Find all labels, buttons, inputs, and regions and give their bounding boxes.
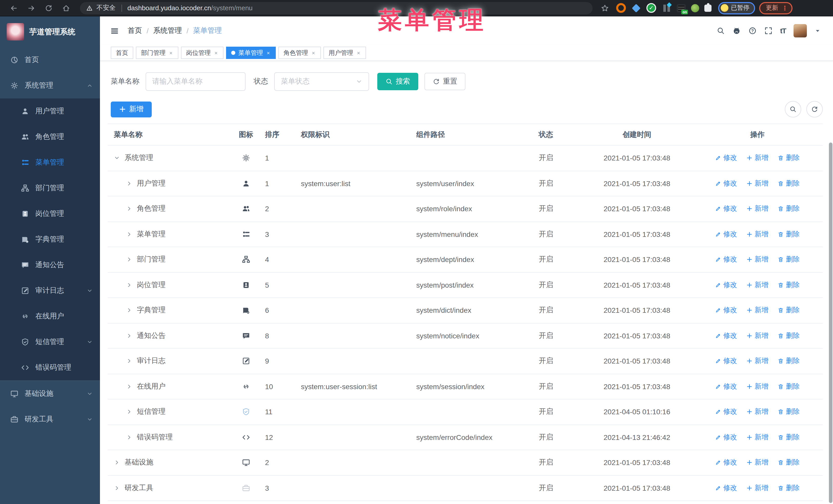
edit-action[interactable]: 修改 (715, 230, 737, 239)
browser-forward-icon[interactable] (27, 4, 35, 12)
add-action[interactable]: 新增 (746, 433, 768, 442)
tab-菜单管理[interactable]: 菜单管理 (226, 47, 276, 59)
search-icon[interactable] (717, 27, 725, 35)
sidebar-item-基础设施[interactable]: 基础设施 (0, 380, 100, 407)
expand--icon[interactable] (114, 485, 120, 491)
extension-check-icon[interactable]: ✓ (646, 3, 656, 13)
delete-action[interactable]: 删除 (778, 458, 800, 467)
edit-action[interactable]: 修改 (715, 433, 737, 442)
add-action[interactable]: 新增 (746, 483, 768, 493)
add-action[interactable]: 新增 (746, 382, 768, 391)
reset-button[interactable]: 重置 (425, 73, 466, 90)
edit-action[interactable]: 修改 (715, 331, 737, 340)
delete-action[interactable]: 删除 (778, 331, 800, 340)
tab-角色管理[interactable]: 角色管理 (278, 47, 321, 59)
add-action[interactable]: 新增 (746, 204, 768, 214)
search-button[interactable]: 搜索 (377, 73, 418, 90)
avatar-caret-icon[interactable] (814, 27, 821, 35)
extension-orange-icon[interactable] (616, 3, 626, 13)
delete-action[interactable]: 删除 (778, 433, 800, 442)
add-action[interactable]: 新增 (746, 153, 768, 163)
expand-collapse-icon[interactable] (114, 155, 120, 161)
edit-action[interactable]: 修改 (715, 382, 737, 391)
breadcrumb-item[interactable]: 首页 (128, 26, 142, 35)
tab-岗位管理[interactable]: 岗位管理 (181, 47, 223, 59)
sidebar-item-在线用户[interactable]: 在线用户 (0, 304, 100, 329)
close-icon[interactable] (169, 50, 173, 55)
edit-action[interactable]: 修改 (715, 255, 737, 264)
add-action[interactable]: 新增 (746, 458, 768, 467)
sidebar-item-用户管理[interactable]: 用户管理 (0, 98, 100, 124)
scrollbar-thumb[interactable] (829, 143, 832, 503)
toggle-search-button[interactable] (785, 101, 801, 117)
sidebar-item-系统管理[interactable]: 系统管理 (0, 73, 100, 98)
delete-action[interactable]: 删除 (778, 407, 800, 416)
extension-switch-icon[interactable]: on (677, 4, 686, 12)
sidebar-item-部门管理[interactable]: 部门管理 (0, 175, 100, 201)
sidebar-item-字典管理[interactable]: 字典管理 (0, 226, 100, 252)
add-button[interactable]: 新增 (111, 101, 152, 117)
sidebar-item-短信管理[interactable]: 短信管理 (0, 329, 100, 355)
browser-reload-icon[interactable] (45, 4, 53, 12)
expand--icon[interactable] (126, 434, 132, 440)
edit-action[interactable]: 修改 (715, 458, 737, 467)
edit-action[interactable]: 修改 (715, 357, 737, 366)
edit-action[interactable]: 修改 (715, 179, 737, 188)
avatar[interactable] (793, 24, 807, 38)
extension-gem-icon[interactable] (631, 3, 641, 13)
app-logo[interactable]: 芋道管理系统 (0, 17, 100, 47)
add-action[interactable]: 新增 (746, 306, 768, 315)
sidebar-item-错误码管理[interactable]: 错误码管理 (0, 355, 100, 380)
tab-首页[interactable]: 首页 (111, 47, 133, 59)
add-action[interactable]: 新增 (746, 255, 768, 264)
extension-monkey-icon[interactable] (691, 4, 699, 12)
edit-action[interactable]: 修改 (715, 483, 737, 493)
sidebar-item-审计日志[interactable]: 审计日志 (0, 278, 100, 304)
close-icon[interactable] (214, 50, 218, 55)
delete-action[interactable]: 删除 (778, 204, 800, 214)
edit-action[interactable]: 修改 (715, 407, 737, 416)
tab-部门管理[interactable]: 部门管理 (136, 47, 178, 59)
add-action[interactable]: 新增 (746, 179, 768, 188)
status-select[interactable]: 菜单状态 (274, 72, 369, 91)
delete-action[interactable]: 删除 (778, 255, 800, 264)
add-action[interactable]: 新增 (746, 230, 768, 239)
menu-name-input[interactable]: 请输入菜单名称 (146, 72, 245, 91)
font-size-icon[interactable]: tT (780, 27, 786, 35)
sidebar-item-通知公告[interactable]: 通知公告 (0, 252, 100, 278)
close-icon[interactable] (266, 50, 271, 55)
add-action[interactable]: 新增 (746, 281, 768, 290)
sidebar-item-菜单管理[interactable]: 菜单管理 (0, 150, 100, 175)
add-action[interactable]: 新增 (746, 407, 768, 416)
delete-action[interactable]: 删除 (778, 483, 800, 493)
expand--icon[interactable] (126, 333, 132, 339)
browser-url-bar[interactable]: 不安全 dashboard.yudao.iocoder.cn/system/me… (80, 2, 593, 14)
expand--icon[interactable] (126, 307, 132, 314)
close-icon[interactable] (311, 50, 316, 55)
profile-paused-badge[interactable]: 已暂停 (718, 2, 755, 14)
tab-用户管理[interactable]: 用户管理 (324, 47, 366, 59)
sidebar-item-岗位管理[interactable]: 岗位管理 (0, 201, 100, 226)
expand--icon[interactable] (126, 409, 132, 415)
expand--icon[interactable] (126, 206, 132, 212)
delete-action[interactable]: 删除 (778, 357, 800, 366)
expand--icon[interactable] (114, 460, 120, 466)
collapse-sidebar-icon[interactable] (110, 26, 119, 35)
close-icon[interactable] (356, 50, 361, 55)
browser-update-button[interactable]: 更新⋮ (759, 2, 792, 14)
add-action[interactable]: 新增 (746, 331, 768, 340)
extension-columns-icon[interactable] (661, 3, 671, 13)
breadcrumb-item[interactable]: 系统管理 (153, 26, 182, 35)
delete-action[interactable]: 删除 (778, 230, 800, 239)
expand--icon[interactable] (126, 282, 132, 288)
expand--icon[interactable] (126, 384, 132, 390)
edit-action[interactable]: 修改 (715, 153, 737, 163)
expand--icon[interactable] (126, 231, 132, 237)
browser-back-icon[interactable] (10, 4, 18, 12)
delete-action[interactable]: 删除 (778, 382, 800, 391)
delete-action[interactable]: 删除 (778, 153, 800, 163)
help-icon[interactable]: ? (748, 27, 757, 35)
add-action[interactable]: 新增 (746, 357, 768, 366)
sidebar-item-研发工具[interactable]: 研发工具 (0, 407, 100, 432)
delete-action[interactable]: 删除 (778, 179, 800, 188)
